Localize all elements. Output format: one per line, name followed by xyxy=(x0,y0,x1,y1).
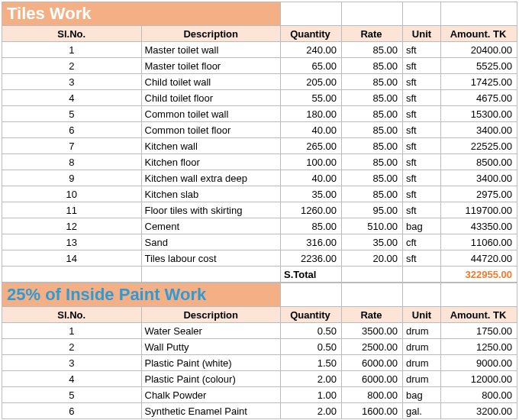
cell-desc: Master toilet floor xyxy=(141,58,281,74)
cell-unit: sft xyxy=(403,106,441,122)
cell-unit: gal. xyxy=(403,403,441,419)
cell-qty: 40.00 xyxy=(281,170,342,186)
cell-qty: 1.50 xyxy=(281,355,342,371)
table-row: 9Kitchen wall extra deep40.0085.00sft340… xyxy=(2,170,517,186)
tiles-header-row: Sl.No. Description Quantity Rate Unit Am… xyxy=(2,26,517,42)
cell-qty: 35.00 xyxy=(281,186,342,202)
cell-unit: drum xyxy=(403,323,441,339)
cell-desc: Kitchen floor xyxy=(141,154,281,170)
cell-rate: 20.00 xyxy=(342,250,403,267)
cell-unit: sft xyxy=(403,154,441,170)
cell-sl: 3 xyxy=(2,74,142,90)
table-row: 4Child toilet floor55.0085.00sft4675.00 xyxy=(2,90,517,106)
cell-rate: 6000.00 xyxy=(342,355,403,371)
cell-sl: 13 xyxy=(2,234,142,250)
cell-sl: 6 xyxy=(2,403,142,419)
cell-rate: 85.00 xyxy=(342,154,403,170)
table-row: 3Plastic Paint (white)1.506000.00drum900… xyxy=(2,355,517,371)
cell-amt: 15300.00 xyxy=(441,106,517,122)
cell-amt: 800.00 xyxy=(441,387,517,403)
header-amt: Amount. TK xyxy=(441,26,517,42)
cell-sl: 4 xyxy=(2,371,142,387)
tiles-subtotal-row: S.Total 322955.00 xyxy=(2,267,517,283)
cell-qty: 240.00 xyxy=(281,42,342,58)
header-sl: Sl.No. xyxy=(2,307,142,323)
table-row: 7Kitchen wall265.0085.00sft22525.00 xyxy=(2,138,517,154)
cell-amt: 4675.00 xyxy=(441,90,517,106)
cell-rate: 95.00 xyxy=(342,202,403,218)
cell-unit: drum xyxy=(403,339,441,355)
cell-unit: sft xyxy=(403,138,441,154)
cell-qty: 0.50 xyxy=(281,323,342,339)
cell-unit: sft xyxy=(403,250,441,267)
table-row: 13Sand316.0035.00cft11060.00 xyxy=(2,234,517,250)
table-row: 5Chalk Powder1.00800.00bag800.00 xyxy=(2,387,517,403)
cell-qty: 2.00 xyxy=(281,403,342,419)
cell-qty: 100.00 xyxy=(281,154,342,170)
cell-amt: 5525.00 xyxy=(441,58,517,74)
cell-rate: 85.00 xyxy=(342,58,403,74)
cell-amt: 17425.00 xyxy=(441,74,517,90)
cell-amt: 12000.00 xyxy=(441,371,517,387)
cell-rate: 85.00 xyxy=(342,122,403,138)
cell-desc: Wall Putty xyxy=(141,339,281,355)
cell-sl: 9 xyxy=(2,170,142,186)
cell-qty: 205.00 xyxy=(281,74,342,90)
cell-qty: 2.00 xyxy=(281,371,342,387)
cell-desc: Chalk Powder xyxy=(141,387,281,403)
cell-qty: 65.00 xyxy=(281,58,342,74)
cell-sl: 12 xyxy=(2,218,142,234)
cell-amt: 11060.00 xyxy=(441,234,517,250)
cell-sl: 3 xyxy=(2,355,142,371)
cell-qty: 55.00 xyxy=(281,90,342,106)
cell-rate: 510.00 xyxy=(342,218,403,234)
cell-rate: 85.00 xyxy=(342,138,403,154)
table-row: 4Plastic Paint (colour)2.006000.00drum12… xyxy=(2,371,517,387)
cell-qty: 1260.00 xyxy=(281,202,342,218)
cell-amt: 1750.00 xyxy=(441,323,517,339)
table-row: 5Common toilet wall180.0085.00sft15300.0… xyxy=(2,106,517,122)
paint-work-table: 25% of Inside Paint Work Sl.No. Descript… xyxy=(2,283,517,419)
cell-amt: 22525.00 xyxy=(441,138,517,154)
cell-rate: 85.00 xyxy=(342,186,403,202)
cell-desc: Common toilet floor xyxy=(141,122,281,138)
cell-desc: Master toilet wall xyxy=(141,42,281,58)
cell-desc: Plastic Paint (white) xyxy=(141,355,281,371)
cell-desc: Kitchen wall extra deep xyxy=(141,170,281,186)
cell-sl: 4 xyxy=(2,90,142,106)
cell-desc: Water Sealer xyxy=(141,323,281,339)
cell-unit: sft xyxy=(403,186,441,202)
cell-amt: 8500.00 xyxy=(441,154,517,170)
header-amt: Amount. TK xyxy=(441,307,517,323)
cell-unit: sft xyxy=(403,74,441,90)
cell-sl: 2 xyxy=(2,339,142,355)
header-sl: Sl.No. xyxy=(2,26,142,42)
header-qty: Quantity xyxy=(281,26,342,42)
paint-header-row: Sl.No. Description Quantity Rate Unit Am… xyxy=(2,307,517,323)
cell-desc: Floor tiles with skirting xyxy=(141,202,281,218)
cell-sl: 14 xyxy=(2,250,142,267)
header-rate: Rate xyxy=(342,26,403,42)
cell-qty: 180.00 xyxy=(281,106,342,122)
cell-qty: 1.00 xyxy=(281,387,342,403)
cell-sl: 5 xyxy=(2,106,142,122)
cell-rate: 1600.00 xyxy=(342,403,403,419)
cell-unit: sft xyxy=(403,170,441,186)
cell-desc: Child toilet wall xyxy=(141,74,281,90)
cell-amt: 1250.00 xyxy=(441,339,517,355)
cell-amt: 3200.00 xyxy=(441,403,517,419)
table-row: 12Cement85.00510.00bag43350.00 xyxy=(2,218,517,234)
header-rate: Rate xyxy=(342,307,403,323)
cell-sl: 2 xyxy=(2,58,142,74)
table-row: 6Synthetic Enamel Paint2.001600.00gal.32… xyxy=(2,403,517,419)
cell-desc: Kitchen wall xyxy=(141,138,281,154)
cell-amt: 3400.00 xyxy=(441,170,517,186)
header-unit: Unit xyxy=(403,26,441,42)
cell-unit: sft xyxy=(403,90,441,106)
header-desc: Description xyxy=(141,307,281,323)
cell-desc: Sand xyxy=(141,234,281,250)
cell-sl: 8 xyxy=(2,154,142,170)
table-row: 10Kitchen slab35.0085.00sft2975.00 xyxy=(2,186,517,202)
cell-rate: 800.00 xyxy=(342,387,403,403)
table-row: 14Tiles labour cost2236.0020.00sft44720.… xyxy=(2,250,517,267)
